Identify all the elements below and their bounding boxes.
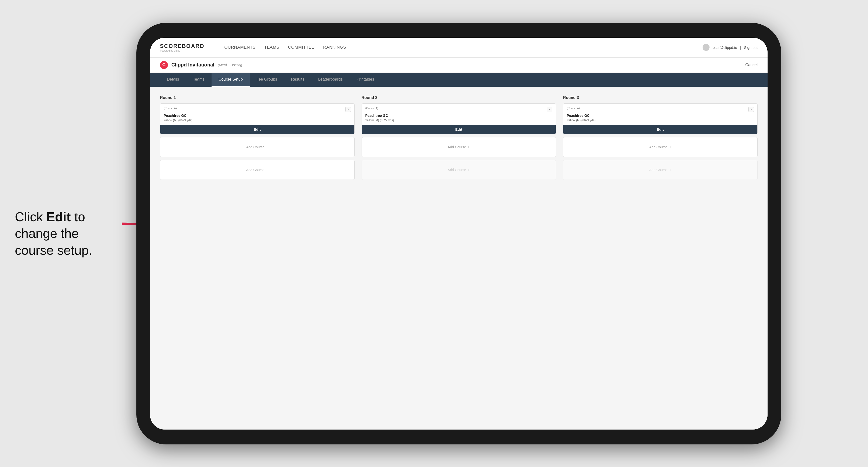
nav-tournaments[interactable]: TOURNAMENTS bbox=[222, 45, 255, 50]
round-1-add-course-1-label: Add Course bbox=[246, 145, 265, 149]
round-1-course-header: (Course A) × bbox=[160, 104, 354, 113]
round-1-add-course-2-plus: + bbox=[266, 168, 268, 172]
instruction-text: Click Edit tochange thecourse setup. bbox=[15, 208, 144, 259]
content-area: Round 1 (Course A) × Peachtree GC Yellow… bbox=[150, 87, 768, 430]
round-1-add-course-2-label: Add Course bbox=[246, 168, 265, 172]
nav-separator: | bbox=[740, 45, 741, 50]
round-2-edit-button[interactable]: Edit bbox=[362, 125, 556, 134]
nav-teams[interactable]: TEAMS bbox=[264, 45, 279, 50]
round-3-add-course-2: Add Course + bbox=[563, 160, 757, 180]
round-3-course-name: Peachtree GC bbox=[563, 113, 757, 118]
nav-committee[interactable]: COMMITTEE bbox=[288, 45, 314, 50]
tablet-frame: SCOREBOARD Powered by clippd TOURNAMENTS… bbox=[136, 23, 781, 444]
cancel-button[interactable]: Cancel bbox=[745, 63, 757, 67]
tab-tee-groups[interactable]: Tee Groups bbox=[250, 73, 284, 87]
gender-badge: (Men) bbox=[218, 63, 227, 67]
instruction-bold: Edit bbox=[46, 209, 71, 224]
hosting-badge: Hosting bbox=[230, 63, 242, 67]
round-2-add-course-2-plus: + bbox=[467, 168, 470, 172]
round-3-add-course-1[interactable]: Add Course + bbox=[563, 137, 757, 157]
round-2-add-course-2: Add Course + bbox=[362, 160, 556, 180]
round-3-add-course-2-label: Add Course bbox=[649, 168, 668, 172]
round-3-course-header: (Course A) × bbox=[563, 104, 757, 113]
round-2-add-course-2-label: Add Course bbox=[447, 168, 466, 172]
round-2-add-course-1[interactable]: Add Course + bbox=[362, 137, 556, 157]
tab-bar: Details Teams Course Setup Tee Groups Re… bbox=[150, 73, 768, 87]
avatar bbox=[703, 44, 710, 51]
round-1-title: Round 1 bbox=[160, 95, 354, 100]
tournament-header: C Clippd Invitational (Men) Hosting Canc… bbox=[150, 58, 768, 73]
round-1-add-course-2[interactable]: Add Course + bbox=[160, 160, 354, 180]
c-logo: C bbox=[160, 61, 168, 69]
nav-links: TOURNAMENTS TEAMS COMMITTEE RANKINGS bbox=[222, 45, 690, 50]
round-1-course-tee: Yellow (M) (6629 yds) bbox=[160, 118, 354, 125]
tab-details[interactable]: Details bbox=[160, 73, 186, 87]
round-1-column: Round 1 (Course A) × Peachtree GC Yellow… bbox=[160, 95, 354, 183]
app-navbar: SCOREBOARD Powered by clippd TOURNAMENTS… bbox=[150, 38, 768, 58]
nav-rankings[interactable]: RANKINGS bbox=[323, 45, 346, 50]
tab-results[interactable]: Results bbox=[284, 73, 311, 87]
round-3-edit-button[interactable]: Edit bbox=[563, 125, 757, 134]
round-2-course-header: (Course A) × bbox=[362, 104, 556, 113]
sign-out-link[interactable]: Sign out bbox=[744, 45, 757, 50]
round-1-add-course-1-plus: + bbox=[266, 145, 268, 149]
nav-right: blair@clippd.io | Sign out bbox=[703, 44, 757, 51]
round-3-add-course-1-label: Add Course bbox=[649, 145, 668, 149]
user-email: blair@clippd.io bbox=[713, 45, 737, 50]
round-2-delete-button[interactable]: × bbox=[547, 107, 552, 112]
tab-teams[interactable]: Teams bbox=[186, 73, 212, 87]
round-2-column: Round 2 (Course A) × Peachtree GC Yellow… bbox=[362, 95, 556, 183]
round-3-course-tee: Yellow (M) (6629 yds) bbox=[563, 118, 757, 125]
round-1-course-card: (Course A) × Peachtree GC Yellow (M) (66… bbox=[160, 103, 354, 134]
round-3-course-label: (Course A) bbox=[567, 107, 580, 110]
round-3-title: Round 3 bbox=[563, 95, 757, 100]
round-2-title: Round 2 bbox=[362, 95, 556, 100]
tournament-title-row: C Clippd Invitational (Men) Hosting bbox=[160, 61, 242, 69]
logo-powered: Powered by clippd bbox=[160, 49, 204, 52]
round-2-add-course-1-plus: + bbox=[467, 145, 470, 149]
round-3-add-course-2-plus: + bbox=[669, 168, 671, 172]
tournament-name: Clippd Invitational bbox=[172, 62, 214, 68]
tablet-screen: SCOREBOARD Powered by clippd TOURNAMENTS… bbox=[150, 38, 768, 430]
round-1-add-course-1[interactable]: Add Course + bbox=[160, 137, 354, 157]
round-2-course-name: Peachtree GC bbox=[362, 113, 556, 118]
round-3-column: Round 3 (Course A) × Peachtree GC Yellow… bbox=[563, 95, 757, 183]
tab-printables[interactable]: Printables bbox=[350, 73, 381, 87]
round-1-course-name: Peachtree GC bbox=[160, 113, 354, 118]
rounds-container: Round 1 (Course A) × Peachtree GC Yellow… bbox=[160, 95, 757, 183]
round-2-course-tee: Yellow (M) (6629 yds) bbox=[362, 118, 556, 125]
round-2-course-card: (Course A) × Peachtree GC Yellow (M) (66… bbox=[362, 103, 556, 134]
tab-leaderboards[interactable]: Leaderboards bbox=[311, 73, 350, 87]
logo-area: SCOREBOARD Powered by clippd bbox=[160, 43, 204, 52]
round-3-delete-button[interactable]: × bbox=[748, 107, 754, 112]
round-3-course-card: (Course A) × Peachtree GC Yellow (M) (66… bbox=[563, 103, 757, 134]
round-1-delete-button[interactable]: × bbox=[345, 107, 351, 112]
tab-course-setup[interactable]: Course Setup bbox=[212, 73, 250, 87]
round-2-course-label: (Course A) bbox=[365, 107, 378, 110]
round-3-add-course-1-plus: + bbox=[669, 145, 671, 149]
round-1-course-label: (Course A) bbox=[164, 107, 177, 110]
logo-scoreboard: SCOREBOARD bbox=[160, 43, 204, 49]
round-2-add-course-1-label: Add Course bbox=[447, 145, 466, 149]
round-1-edit-button[interactable]: Edit bbox=[160, 125, 354, 134]
